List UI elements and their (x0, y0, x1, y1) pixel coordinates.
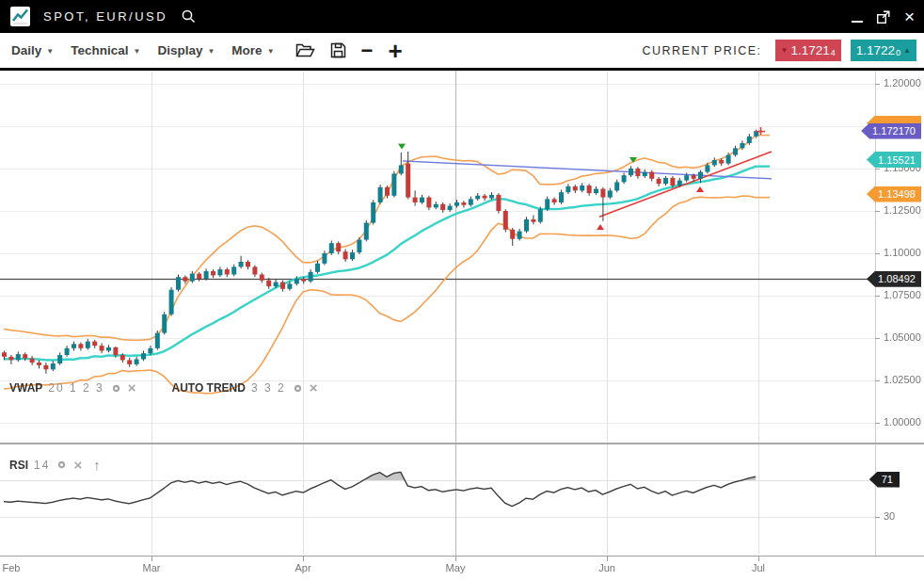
ask-price-badge: 1.1722 0 ▲ (851, 40, 916, 61)
price-badge-lower-band: 1.13498 (867, 186, 921, 202)
price-axis-label: 1.12500 (884, 204, 921, 216)
time-axis-label: Jun (598, 562, 615, 573)
price-axis-label: 1.10000 (884, 247, 921, 258)
rsi-settings-gear-icon[interactable] (56, 459, 68, 471)
vwap-settings-gear-icon[interactable] (110, 382, 122, 395)
price-chart-canvas[interactable] (0, 0, 924, 581)
current-price-label: CURRENT PRICE: (643, 44, 762, 57)
open-file-icon[interactable] (295, 42, 315, 58)
vwap-label: VWAP (9, 381, 42, 395)
arrow-down-icon: ▼ (781, 46, 789, 55)
price-badge-vwap: 1.15521 (867, 152, 921, 168)
rsi-move-up-icon[interactable]: ↑ (93, 457, 101, 473)
app-logo-icon (9, 6, 31, 27)
main-indicator-labels: VWAP 20 1 2 3 × AUTO TREND 3 3 2 × (9, 381, 317, 395)
trading-app-window: SPOT, EUR/USD × Daily ▼ Technical ▼ (0, 0, 924, 581)
time-axis-label: Feb (3, 562, 21, 573)
zoom-in-icon[interactable]: + (388, 41, 402, 60)
save-icon[interactable] (330, 42, 346, 58)
price-axis-label: 1.00000 (884, 416, 921, 428)
toolbar-icons: − + (295, 41, 403, 60)
window-controls: × (852, 9, 915, 24)
chevron-down-icon: ▼ (133, 45, 140, 56)
price-axis-label: 1.05000 (884, 331, 921, 343)
title-bar: SPOT, EUR/USD × (0, 0, 924, 33)
vwap-remove-icon[interactable]: × (128, 382, 136, 394)
zoom-out-icon[interactable]: − (361, 41, 374, 60)
price-badge-current-price: 1.172170 (861, 123, 921, 139)
minimize-button[interactable] (852, 11, 863, 23)
auto-trend-label: AUTO TREND (171, 381, 245, 395)
menu-more[interactable]: More ▼ (231, 43, 274, 57)
auto-trend-settings-gear-icon[interactable] (292, 382, 304, 395)
price-axis-label: 1.02500 (884, 374, 921, 385)
menu-display[interactable]: Display ▼ (157, 43, 215, 57)
time-axis-label: Apr (295, 562, 311, 573)
price-badge-support-level: 1.08492 (867, 271, 921, 287)
close-button[interactable]: × (904, 9, 915, 24)
chevron-down-icon: ▼ (207, 45, 215, 56)
time-axis-label: Mar (143, 562, 161, 573)
menu-technical[interactable]: Technical ▼ (71, 43, 140, 57)
time-axis-label: Jul (752, 562, 765, 573)
search-icon[interactable] (181, 8, 197, 24)
window-title: SPOT, EUR/USD (43, 9, 167, 24)
time-axis-label: May (446, 562, 466, 573)
rsi-axis-tick: 30 (884, 510, 895, 522)
rsi-indicator-labels: RSI 14 × ↑ (9, 457, 101, 473)
price-axis-label: 1.20000 (884, 77, 921, 89)
arrow-up-icon: ▲ (903, 46, 911, 55)
menu-daily[interactable]: Daily ▼ (11, 43, 54, 57)
rsi-label: RSI (9, 459, 28, 472)
current-price-group: CURRENT PRICE: ▼ 1.1721 4 1.1722 0 ▲ (643, 40, 917, 61)
price-axis-label: 1.07500 (884, 289, 921, 300)
popout-button[interactable] (876, 9, 891, 24)
auto-trend-remove-icon[interactable]: × (310, 382, 318, 394)
chevron-down-icon: ▼ (267, 45, 275, 56)
bid-price-badge: ▼ 1.1721 4 (775, 40, 841, 61)
rsi-remove-icon[interactable]: × (73, 460, 82, 471)
chart-toolbar: Daily ▼ Technical ▼ Display ▼ More ▼ (0, 33, 924, 71)
chevron-down-icon: ▼ (46, 45, 54, 56)
